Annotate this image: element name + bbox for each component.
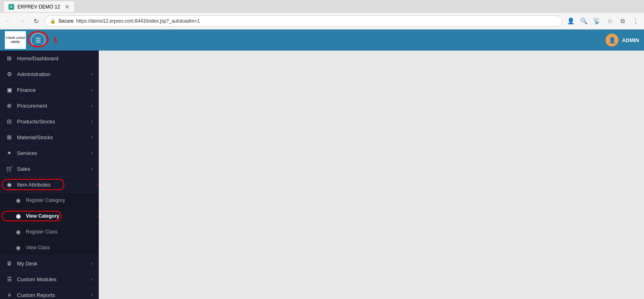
item-attributes-icon: ◉ [6,181,13,188]
sidebar-item-register-class[interactable]: ◉ Register Class [0,224,99,240]
sidebar-item-item-attributes[interactable]: ◉ Item Attributes ——— 2 [0,177,99,193]
administration-icon: ⚙ [6,70,13,78]
procurement-icon: ⊕ [6,102,13,109]
admin-area: 👤 ADMIN [606,34,639,47]
sidebar-label: Products/Stocks [17,119,87,125]
sidebar-label: Services [17,150,87,156]
nav-bar: ← → ↻ 🔒 Secure https://demo12.erprev.com… [0,13,644,29]
view-class-icon: ◉ [15,244,22,251]
material-icon: ⊠ [6,134,13,141]
sidebar-item-procurement[interactable]: ⊕ Procurement ‹ [0,98,99,114]
admin-name: ADMIN [622,37,639,43]
sidebar-label: View Category [26,213,93,219]
custom-modules-icon: ☰ [6,276,13,283]
zoom-icon-button[interactable]: 🔍 [578,16,589,26]
chevron-icon: ‹ [91,103,93,108]
sidebar-label: Custom Reports [17,292,87,298]
sidebar-item-custom-reports[interactable]: ≡ Custom Reports ‹ [0,287,99,299]
sidebar-label: Procurement [17,103,87,109]
hamburger-button[interactable]: ☰ [31,33,45,47]
secure-icon: 🔒 [50,18,56,24]
sidebar-label: Custom Modules [17,276,87,282]
hamburger-icon: ☰ [35,36,41,44]
tab-bar: E ERPREV DEMO 12 ✕ [0,0,644,13]
sidebar-item-my-desk[interactable]: 🖥 My Desk ‹ [0,256,99,271]
sidebar-label: View Class [26,245,93,250]
chevron-icon: ‹ [91,87,93,93]
chevron-icon: ‹ [91,119,93,124]
sidebar-item-view-category[interactable]: ◉ View Category ——— 3 [0,208,99,224]
home-icon: ⊞ [6,55,13,62]
sidebar-item-custom-modules[interactable]: ☰ Custom Modules ‹ [0,271,99,287]
chevron-icon: ‹ [91,71,93,77]
bookmark-icon-button[interactable]: ☆ [604,16,615,26]
sidebar-label: Home/Dashboard [17,55,93,61]
sidebar-item-material-stocks[interactable]: ⊠ Material/Stocks ‹ [0,129,99,145]
sidebar-label: Finance [17,87,87,93]
sidebar-label: Sales [17,166,87,172]
sidebar: ⊞ Home/Dashboard ⚙ Administration ‹ ▣ Fi… [0,51,99,299]
sidebar-label: My Desk [17,261,87,267]
back-button[interactable]: ← [3,16,14,26]
browser-chrome: E ERPREV DEMO 12 ✕ ← → ↻ 🔒 Secure https:… [0,0,644,30]
register-category-icon: ◉ [15,197,22,204]
finance-icon: ▣ [6,86,13,93]
sidebar-item-view-class[interactable]: ◉ View Class [0,240,99,256]
products-icon: ⊟ [6,118,13,125]
browser-tab[interactable]: E ERPREV DEMO 12 ✕ [3,1,75,12]
sidebar-item-home-dashboard[interactable]: ⊞ Home/Dashboard [0,51,99,66]
address-bar[interactable]: 🔒 Secure https://demo12.erprev.com:8443/… [45,15,562,27]
forward-button[interactable]: → [17,16,28,26]
tab-close-button[interactable]: ✕ [65,4,70,10]
sidebar-item-register-category[interactable]: ◉ Register Category [0,193,99,208]
sidebar-item-products-stocks[interactable]: ⊟ Products/Stocks ‹ [0,114,99,129]
annotation-1-label: 1 [53,36,57,45]
content-area [99,51,644,299]
main-area: ⊞ Home/Dashboard ⚙ Administration ‹ ▣ Fi… [0,51,644,299]
logo: YOUR LOGO HERE [5,31,26,49]
annotation-arrow-3: ——— 3 [97,213,99,219]
annotation-arrow-2: ——— 2 [97,181,99,188]
cast-icon-button[interactable]: 📡 [591,16,602,26]
chevron-icon: ‹ [91,292,93,298]
sidebar-item-sales[interactable]: 🛒 Sales ‹ [0,161,99,177]
sidebar-label: Material/Stocks [17,134,87,140]
sidebar-label: Item Attributes [17,182,93,188]
chevron-icon: ‹ [91,150,93,156]
app-container: YOUR LOGO HERE ☰ 1 👤 ADMIN ⊞ Home/Dashbo… [0,30,644,299]
user-icon-button[interactable]: 👤 [565,16,576,26]
extension-icon-button[interactable]: ⧉ [617,16,628,26]
sidebar-label: Administration [17,71,87,77]
services-icon: ✦ [6,149,13,157]
nav-icons-right: 👤 🔍 📡 ☆ ⧉ ⋮ [565,16,641,26]
sidebar-label: Register Category [26,197,93,203]
sidebar-label: Register Class [26,229,93,235]
sales-icon: 🛒 [6,165,13,172]
sidebar-item-services[interactable]: ✦ Services ‹ [0,145,99,161]
chevron-icon: ‹ [91,134,93,140]
view-category-icon: ◉ [15,212,22,220]
menu-icon-button[interactable]: ⋮ [630,16,641,26]
url-text: https://demo12.erprev.com:8443/index.jsp… [76,18,200,24]
tab-title: ERPREV DEMO 12 [17,4,60,10]
register-class-icon: ◉ [15,228,22,235]
custom-reports-icon: ≡ [6,291,13,299]
chevron-icon: ‹ [91,276,93,282]
app-header: YOUR LOGO HERE ☰ 1 👤 ADMIN [0,30,644,51]
tab-favicon: E [9,4,14,10]
chevron-icon: ‹ [91,261,93,266]
admin-avatar: 👤 [606,34,618,47]
secure-label: Secure [58,18,74,24]
reload-button[interactable]: ↻ [31,16,41,26]
chevron-icon: ‹ [91,166,93,172]
sidebar-item-finance[interactable]: ▣ Finance ‹ [0,82,99,98]
sidebar-item-administration[interactable]: ⚙ Administration ‹ [0,66,99,82]
my-desk-icon: 🖥 [6,260,13,267]
